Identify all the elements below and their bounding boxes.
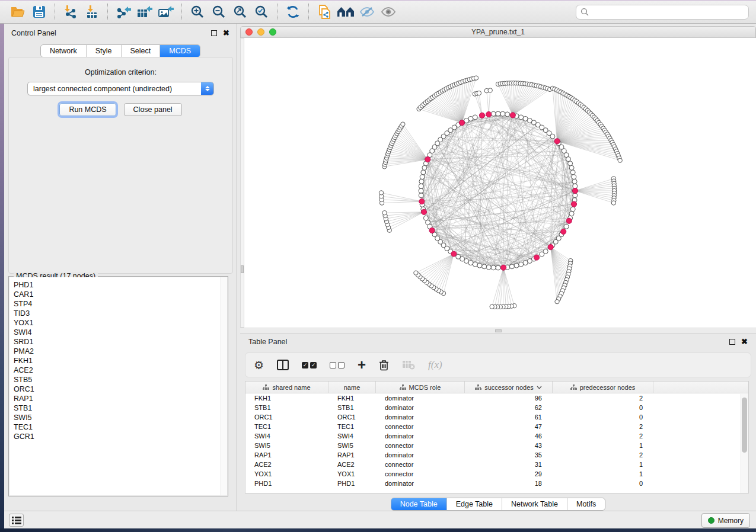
export-table-icon[interactable]	[134, 3, 155, 21]
mcds-result-item[interactable]: TID3	[14, 309, 227, 318]
optimization-criterion-select[interactable]: largest connected component (undirected)	[27, 82, 214, 95]
mcds-result-item[interactable]: RAP1	[14, 394, 227, 403]
zoom-fit-icon[interactable]	[229, 3, 251, 21]
table-row[interactable]: SWI4SWI4dominator462	[245, 431, 748, 441]
close-panel-icon[interactable]: ✖	[741, 339, 748, 345]
import-network-icon[interactable]	[60, 3, 81, 21]
tab-network-table[interactable]: Network Table	[502, 498, 567, 510]
mcds-result-item[interactable]: STB5	[14, 375, 227, 384]
table-row[interactable]: FKH1FKH1dominator962	[245, 393, 748, 403]
horizontal-splitter[interactable]	[240, 328, 756, 334]
mcds-result-item[interactable]: GCR1	[14, 432, 227, 441]
table-cell: YOX1	[328, 470, 376, 477]
save-session-icon[interactable]	[28, 3, 50, 21]
table-row[interactable]: TEC1TEC1connector472	[245, 422, 748, 431]
table-scrollbar-thumb[interactable]	[742, 398, 747, 453]
import-table-icon[interactable]	[81, 3, 103, 21]
mcds-result-item[interactable]: STP4	[14, 299, 227, 309]
search-input[interactable]	[592, 8, 744, 16]
close-panel-icon[interactable]: ✖	[223, 30, 229, 36]
table-cell: SWI5	[328, 442, 376, 449]
mcds-result-item[interactable]: ACE2	[14, 366, 227, 375]
splitter-handle[interactable]	[495, 329, 502, 332]
network-view-left-scrollbar[interactable]	[240, 38, 244, 328]
column-header-successor-nodes[interactable]: successor nodes	[465, 382, 553, 393]
mcds-list-scrollbar[interactable]	[221, 277, 227, 495]
table-row[interactable]: YOX1YOX1connector291	[245, 469, 748, 479]
table-cell: connector	[376, 470, 465, 477]
tab-mcds[interactable]: MCDS	[160, 45, 200, 57]
float-panel-icon[interactable]	[729, 339, 735, 345]
table-row[interactable]: RAP1RAP1dominator352	[245, 450, 748, 460]
table-row[interactable]: STB1STB1dominator620	[245, 403, 748, 412]
table-cell: connector	[376, 423, 465, 430]
mcds-result-item[interactable]: YOX1	[14, 318, 227, 328]
first-neighbors-icon[interactable]	[335, 3, 356, 21]
column-header-shared-name[interactable]: shared name	[245, 382, 328, 393]
optimization-criterion-label: Optimization criterion:	[9, 68, 232, 76]
mcds-result-item[interactable]: FKH1	[14, 356, 227, 366]
mcds-result-item[interactable]: CAR1	[14, 290, 227, 299]
mcds-result-item[interactable]: STB1	[14, 403, 227, 413]
toolbar-separator	[277, 4, 277, 20]
network-view-canvas[interactable]	[244, 38, 756, 328]
table-row[interactable]: ORC1ORC1dominator610	[245, 412, 748, 422]
tab-motifs[interactable]: Motifs	[567, 498, 605, 510]
mcds-result-item[interactable]: SWI5	[14, 413, 227, 422]
float-panel-icon[interactable]	[211, 30, 217, 36]
zoom-out-icon[interactable]	[208, 3, 229, 21]
export-network-icon[interactable]	[113, 3, 134, 21]
mcds-result-item[interactable]: SWI4	[14, 328, 227, 337]
table-cell: YOX1	[245, 470, 328, 477]
tab-style[interactable]: Style	[87, 45, 122, 57]
column-header-mcds-role[interactable]: MCDS role	[376, 382, 465, 393]
refresh-layout-icon[interactable]	[282, 3, 304, 21]
zoom-selected-icon[interactable]	[251, 3, 272, 21]
splitter-handle[interactable]	[241, 265, 244, 273]
deselect-all-icon[interactable]	[330, 362, 344, 368]
hide-selected-eye-icon[interactable]	[356, 3, 378, 21]
table-options-gear-icon[interactable]: ⚙	[254, 360, 264, 371]
tab-network[interactable]: Network	[41, 45, 87, 57]
show-columns-icon[interactable]	[277, 360, 289, 370]
table-cell: 29	[465, 470, 553, 477]
open-file-icon[interactable]	[7, 3, 28, 21]
run-mcds-button[interactable]: Run MCDS	[59, 103, 116, 116]
zoom-in-icon[interactable]	[187, 3, 208, 21]
tab-edge-table[interactable]: Edge Table	[447, 498, 502, 510]
mcds-options-panel: Optimization criterion: largest connecte…	[8, 57, 233, 274]
table-cell: 2	[553, 432, 653, 440]
mcds-result-item[interactable]: SRD1	[14, 337, 227, 347]
mcds-result-item[interactable]: PHD1	[14, 280, 227, 290]
mcds-result-item[interactable]: ORC1	[14, 384, 227, 394]
close-panel-button[interactable]: Close panel	[124, 103, 182, 116]
column-header-predecessor-nodes[interactable]: predecessor nodes	[553, 382, 653, 393]
delete-table-icon	[402, 360, 415, 370]
table-cell: SWI5	[245, 442, 328, 449]
add-column-icon[interactable]: +	[358, 359, 366, 371]
table-row[interactable]: SWI5SWI5connector431	[245, 441, 748, 450]
tab-select[interactable]: Select	[122, 45, 161, 57]
table-scrollbar[interactable]	[741, 394, 748, 493]
export-image-icon[interactable]	[155, 3, 177, 21]
table-cell: 47	[465, 423, 553, 430]
delete-column-trash-icon[interactable]	[379, 360, 389, 371]
mcds-result-item[interactable]: TEC1	[14, 422, 227, 432]
wallpaper-bottom-strip	[0, 528, 756, 532]
table-cell: ACE2	[245, 461, 328, 468]
table-row[interactable]: ACE2ACE2connector311	[245, 460, 748, 469]
show-all-eye-icon[interactable]	[378, 3, 399, 21]
table-row[interactable]: PHD1PHD1dominator180	[245, 479, 748, 488]
mcds-result-list[interactable]: PHD1CAR1STP4TID3YOX1SWI4SRD1PMA2FKH1ACE2…	[9, 277, 227, 495]
select-all-icon[interactable]: ✓✓	[302, 362, 317, 368]
memory-button[interactable]: Memory	[701, 513, 750, 528]
global-search-field[interactable]	[576, 5, 749, 20]
status-bar: Memory	[4, 511, 756, 528]
mcds-result-item[interactable]: PMA2	[14, 347, 227, 356]
tab-node-table[interactable]: Node Table	[391, 498, 447, 510]
copy-network-icon[interactable]	[314, 3, 335, 21]
column-header-name[interactable]: name	[328, 382, 376, 393]
task-history-button[interactable]	[9, 514, 24, 527]
network-window-titlebar[interactable]: YPA_prune.txt_1	[240, 26, 756, 38]
table-cell: RAP1	[245, 451, 328, 459]
